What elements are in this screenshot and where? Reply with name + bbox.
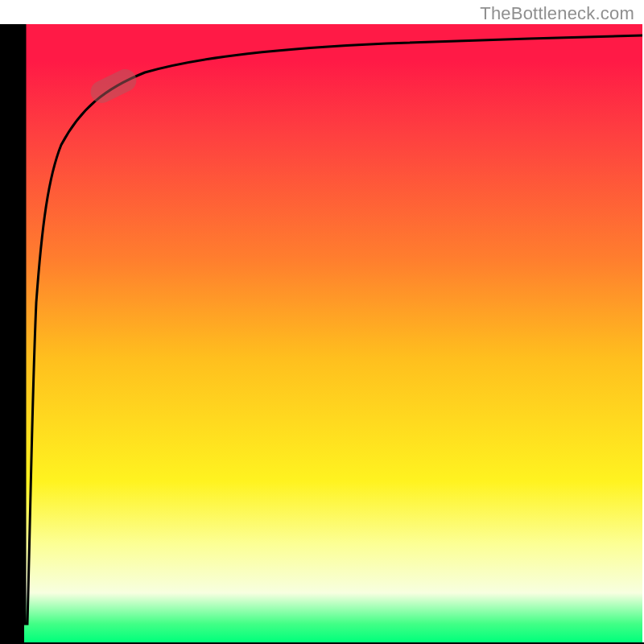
plot-area — [24, 24, 642, 642]
background-gradient — [24, 24, 642, 642]
y-axis — [0, 24, 24, 644]
chart-canvas: TheBottleneck.com — [0, 0, 644, 644]
watermark-text: TheBottleneck.com — [480, 3, 634, 24]
